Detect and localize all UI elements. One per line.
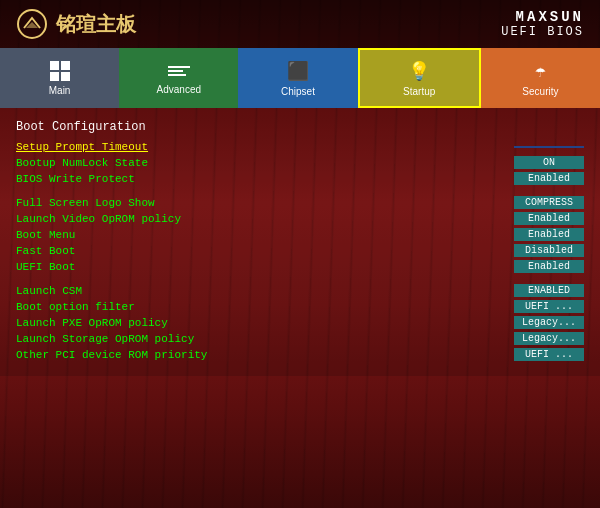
logo-show-label: Full Screen Logo Show	[16, 197, 155, 209]
bios-write-value: Enabled	[514, 172, 584, 185]
sliders-icon	[168, 62, 190, 80]
brand-bottom-text: UEFI BIOS	[501, 25, 584, 39]
tab-chipset[interactable]: ⬛ Chipset	[238, 48, 357, 108]
menu-row-uefi-boot[interactable]: UEFI Boot Enabled	[16, 260, 584, 273]
boot-menu-value: Enabled	[514, 228, 584, 241]
boot-filter-value: UEFI ...	[514, 300, 584, 313]
logo-left: 铭瑄主板	[16, 8, 136, 40]
menu-row-numlock[interactable]: Bootup NumLock State ON	[16, 156, 584, 169]
numlock-label: Bootup NumLock State	[16, 157, 148, 169]
grid-icon	[50, 61, 70, 81]
menu-row-boot-menu[interactable]: Boot Menu Enabled	[16, 228, 584, 241]
header: 铭瑄主板 MAXSUN UEFI BIOS	[0, 0, 600, 48]
menu-row-launch-csm[interactable]: Launch CSM ENABLED	[16, 284, 584, 297]
uefi-boot-label: UEFI Boot	[16, 261, 75, 273]
launch-csm-value: ENABLED	[514, 284, 584, 297]
storage-oprom-value: Legacy...	[514, 332, 584, 345]
numlock-value: ON	[514, 156, 584, 169]
nav-tabs: Main Advanced ⬛ Chipset 💡 Startup ☂ Secu…	[0, 48, 600, 108]
boot-config-title: Boot Configuration	[16, 120, 146, 134]
tab-advanced[interactable]: Advanced	[119, 48, 238, 108]
umbrella-icon: ☂	[535, 60, 546, 82]
content-area: Boot Configuration Setup Prompt Timeout …	[0, 108, 600, 376]
bios-write-label: BIOS Write Protect	[16, 173, 135, 185]
menu-row-pxe-oprom[interactable]: Launch PXE OpROM policy Legacy...	[16, 316, 584, 329]
menu-row-storage-oprom[interactable]: Launch Storage OpROM policy Legacy...	[16, 332, 584, 345]
video-oprom-label: Launch Video OpROM policy	[16, 213, 181, 225]
storage-oprom-label: Launch Storage OpROM policy	[16, 333, 194, 345]
menu-row-logo[interactable]: Full Screen Logo Show COMPRESS	[16, 196, 584, 209]
fast-boot-label: Fast Boot	[16, 245, 75, 257]
tab-startup-label: Startup	[403, 86, 435, 97]
pxe-oprom-label: Launch PXE OpROM policy	[16, 317, 168, 329]
brand-chinese-text: 铭瑄主板	[56, 11, 136, 38]
video-oprom-value: Enabled	[514, 212, 584, 225]
tab-security-label: Security	[522, 86, 558, 97]
section-title-row: Boot Configuration	[16, 120, 584, 138]
tab-startup[interactable]: 💡 Startup	[358, 48, 481, 108]
tab-advanced-label: Advanced	[157, 84, 201, 95]
launch-csm-label: Launch CSM	[16, 285, 82, 297]
tab-main[interactable]: Main	[0, 48, 119, 108]
chip-icon: ⬛	[287, 60, 309, 82]
menu-row-bios-write[interactable]: BIOS Write Protect Enabled	[16, 172, 584, 185]
setup-prompt-value	[514, 146, 584, 148]
fast-boot-value: Disabled	[514, 244, 584, 257]
tab-chipset-label: Chipset	[281, 86, 315, 97]
menu-row-fast-boot[interactable]: Fast Boot Disabled	[16, 244, 584, 257]
bulb-icon: 💡	[408, 60, 430, 82]
menu-row-boot-filter[interactable]: Boot option filter UEFI ...	[16, 300, 584, 313]
pxe-oprom-value: Legacy...	[514, 316, 584, 329]
menu-row-pci-rom[interactable]: Other PCI device ROM priority UEFI ...	[16, 348, 584, 361]
brand-logo-icon	[16, 8, 48, 40]
tab-main-label: Main	[49, 85, 71, 96]
tab-security[interactable]: ☂ Security	[481, 48, 600, 108]
logo-right: MAXSUN UEFI BIOS	[501, 9, 584, 39]
pci-rom-label: Other PCI device ROM priority	[16, 349, 207, 361]
menu-row-video-oprom[interactable]: Launch Video OpROM policy Enabled	[16, 212, 584, 225]
boot-filter-label: Boot option filter	[16, 301, 135, 313]
brand-top-text: MAXSUN	[501, 9, 584, 25]
boot-menu-label: Boot Menu	[16, 229, 75, 241]
pci-rom-value: UEFI ...	[514, 348, 584, 361]
logo-show-value: COMPRESS	[514, 196, 584, 209]
uefi-boot-value: Enabled	[514, 260, 584, 273]
setup-prompt-label: Setup Prompt Timeout	[16, 141, 148, 153]
menu-row-setup-prompt[interactable]: Setup Prompt Timeout	[16, 141, 584, 153]
